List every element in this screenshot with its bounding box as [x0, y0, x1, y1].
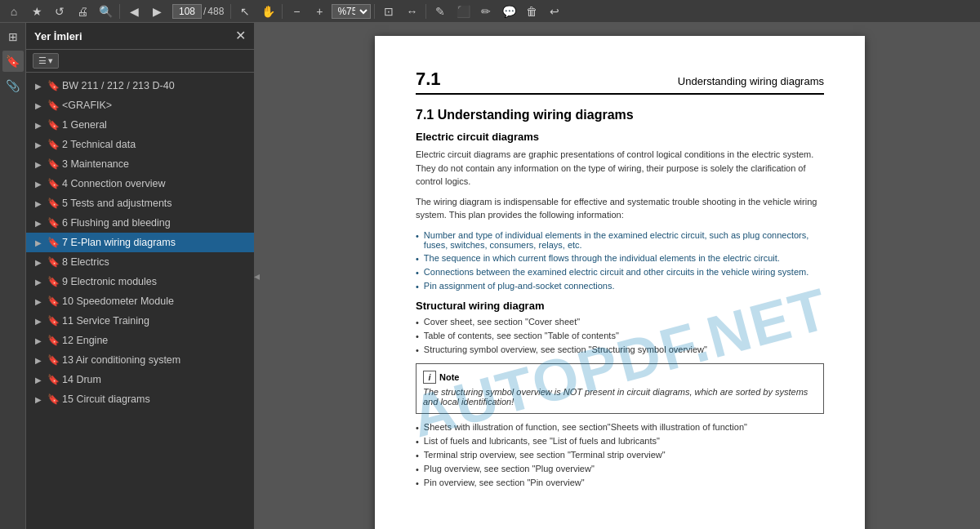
sidebar-item-13[interactable]: 🔖11 Service Training	[26, 311, 254, 331]
sidebar-item-label-3: 1 General	[62, 119, 247, 131]
sidebar-item-17[interactable]: 🔖15 Circuit diagrams	[26, 389, 254, 409]
tree-arrow-3	[33, 119, 44, 131]
pdf-page: AUTOPDF.NET 7.1 Understanding wiring dia…	[375, 36, 865, 529]
bullet-dot-3: •	[416, 268, 419, 278]
zoom-in-btn[interactable]: +	[309, 2, 330, 20]
bullet-item-1: • Number and type of individual elements…	[416, 230, 824, 250]
tree-arrow-9	[33, 237, 44, 248]
sidebar-close-btn[interactable]: ✕	[235, 29, 246, 42]
bookmark-icon-6: 🔖	[47, 178, 59, 189]
page-input[interactable]: 7.1	[172, 4, 202, 19]
menu-icon: ☰	[38, 56, 47, 66]
bookmark-icon-8: 🔖	[47, 217, 59, 229]
toolbar-nav-next[interactable]: ▶	[146, 2, 167, 20]
tree-arrow-15	[33, 354, 44, 366]
pdf-page-header: 7.1 Understanding wiring diagrams	[416, 69, 824, 95]
sidebar-item-label-4: 2 Technical data	[62, 139, 247, 150]
delete-btn[interactable]: 🗑	[521, 2, 542, 20]
tree-arrow-4	[33, 139, 44, 150]
pages-panel-btn[interactable]: ⊞	[2, 26, 24, 47]
bullet3-item-2: • List of fuels and lubricants, see "Lis…	[416, 436, 824, 447]
note-icon: i	[423, 371, 436, 384]
toolbar-star-btn[interactable]: ★	[26, 2, 47, 20]
bookmark-icon-2: 🔖	[47, 100, 59, 111]
toolbar-divider-4	[374, 4, 375, 19]
sidebar-item-9[interactable]: 🔖7 E-Plan wiring diagrams	[26, 233, 254, 252]
tree-arrow-5	[33, 158, 44, 170]
pdf-area[interactable]: AUTOPDF.NET 7.1 Understanding wiring dia…	[260, 23, 980, 529]
sidebar-item-3[interactable]: 🔖1 General	[26, 115, 254, 135]
subsection-structural: Structural wiring diagram	[416, 300, 824, 312]
electric-para2: The wiring diagram is indispensable for …	[416, 195, 824, 222]
sidebar-item-11[interactable]: 🔖9 Electronic modules	[26, 272, 254, 291]
bookmark-icon-14: 🔖	[47, 335, 59, 346]
bookmarks-list: 🔖BW 211 / 212 / 213 D-40🔖<GRAFIK>🔖1 Gene…	[26, 73, 254, 529]
toolbar-search-btn[interactable]: 🔍	[95, 2, 116, 20]
main-area: ⊞ 🔖 📎 Yer İmleri ✕ ☰ ▾ 🔖BW 211 / 212 / 2…	[0, 23, 980, 529]
page-separator: /	[203, 6, 206, 17]
draw-btn[interactable]: ✏	[475, 2, 497, 20]
tree-arrow-8	[33, 217, 44, 229]
bullet-dot-4: •	[416, 282, 419, 291]
sidebar-item-label-14: 12 Engine	[62, 335, 247, 346]
sidebar-item-8[interactable]: 🔖6 Flushing and bleeding	[26, 213, 254, 233]
bullet2-item-2: • Table of contents, see section "Table …	[416, 331, 824, 341]
undo-btn[interactable]: ↩	[544, 2, 565, 20]
sidebar-item-label-7: 5 Tests and adjustments	[62, 198, 247, 209]
fit-page-btn[interactable]: ⊡	[378, 2, 399, 20]
tree-arrow-7	[33, 198, 44, 209]
sidebar-item-12[interactable]: 🔖10 Speedometer Module	[26, 291, 254, 311]
toolbar-home-btn[interactable]: ⌂	[3, 2, 24, 20]
tree-arrow-16	[33, 374, 44, 385]
tree-arrow-11	[33, 276, 44, 287]
bullet-dot-2: •	[416, 254, 419, 264]
bullet3-text-1: Sheets with illustration of function, se…	[424, 422, 824, 433]
toolbar-print-btn[interactable]: 🖨	[72, 2, 93, 20]
highlight-btn[interactable]: ⬛	[452, 2, 474, 20]
attachments-panel-btn[interactable]: 📎	[2, 75, 24, 96]
section-main-title: 7.1 Understanding wiring diagrams	[416, 108, 824, 122]
sidebar-item-1[interactable]: 🔖BW 211 / 212 / 213 D-40	[26, 76, 254, 96]
cursor-tool-btn[interactable]: ↖	[234, 2, 256, 20]
sidebar-item-16[interactable]: 🔖14 Drum	[26, 370, 254, 389]
hand-tool-btn[interactable]: ✋	[257, 2, 278, 20]
bookmark-icon-1: 🔖	[47, 80, 59, 91]
icon-bar: ⊞ 🔖 📎	[0, 23, 26, 529]
zoom-select[interactable]: %75 %50 %100 %125	[332, 4, 371, 19]
bookmark-icon-7: 🔖	[47, 198, 59, 209]
bullet2-dot-1: •	[416, 318, 419, 327]
annotate-btn[interactable]: ✎	[430, 2, 451, 20]
note-box: i Note The structuring symbol overview i…	[416, 363, 824, 414]
sidebar-item-10[interactable]: 🔖8 Electrics	[26, 252, 254, 272]
bullet-item-4: • Pin assignment of plug-and-socket conn…	[416, 281, 824, 291]
toolbar-divider-5	[425, 4, 426, 19]
sidebar-title: Yer İmleri	[34, 30, 82, 42]
note-body: The structuring symbol overview is NOT p…	[423, 387, 817, 407]
bookmark-icon-16: 🔖	[47, 374, 59, 385]
toolbar-rotate-btn[interactable]: ↺	[49, 2, 70, 20]
bullet-text-3: Connections between the examined electri…	[424, 267, 824, 278]
bookmarks-panel: Yer İmleri ✕ ☰ ▾ 🔖BW 211 / 212 / 213 D-4…	[26, 23, 255, 529]
sidebar-item-label-17: 15 Circuit diagrams	[62, 393, 247, 405]
zoom-out-btn[interactable]: −	[286, 2, 307, 20]
sidebar-item-6[interactable]: 🔖4 Connection overview	[26, 174, 254, 193]
tree-arrow-2	[33, 100, 44, 111]
bullet3-dot-4: •	[416, 465, 419, 474]
sidebar-item-2[interactable]: 🔖<GRAFIK>	[26, 96, 254, 115]
toolbar-nav-prev[interactable]: ◀	[123, 2, 145, 20]
bullet2-item-1: • Cover sheet, see section "Cover sheet"	[416, 317, 824, 327]
bookmarks-panel-btn[interactable]: 🔖	[2, 51, 24, 72]
bullet2-dot-2: •	[416, 331, 419, 341]
bullet-text-1: Number and type of individual elements i…	[424, 230, 824, 250]
sidebar-item-7[interactable]: 🔖5 Tests and adjustments	[26, 193, 254, 213]
sidebar-item-14[interactable]: 🔖12 Engine	[26, 331, 254, 350]
bullet3-text-5: Pin overview, see section "Pin overview"	[424, 478, 824, 488]
fit-width-btn[interactable]: ↔	[401, 2, 422, 20]
sidebar-item-4[interactable]: 🔖2 Technical data	[26, 135, 254, 154]
sidebar-item-15[interactable]: 🔖13 Air conditioning system	[26, 350, 254, 370]
bookmark-icon-10: 🔖	[47, 256, 59, 268]
comment-btn[interactable]: 💬	[498, 2, 519, 20]
sidebar-item-5[interactable]: 🔖3 Maintenance	[26, 154, 254, 174]
sidebar-options-btn[interactable]: ☰ ▾	[33, 53, 59, 69]
sidebar-item-label-11: 9 Electronic modules	[62, 276, 247, 287]
